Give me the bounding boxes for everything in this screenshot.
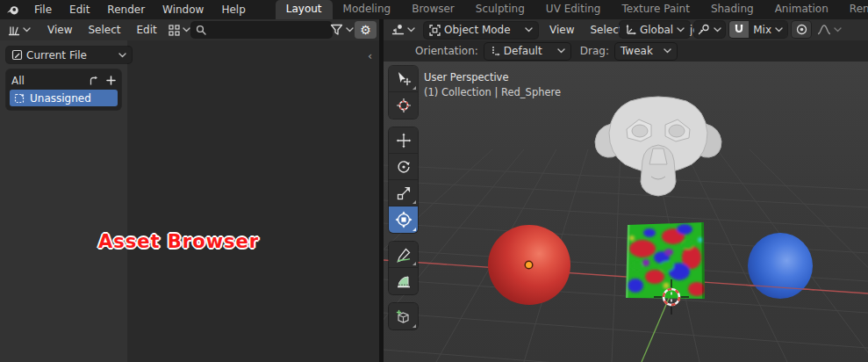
snap-icon: [698, 24, 710, 35]
search-input[interactable]: [210, 23, 327, 37]
topbar: File Edit Render Window Help Layout Mode…: [0, 0, 868, 19]
unassigned-file-icon: [14, 93, 25, 104]
chevron-down-icon: [834, 27, 842, 33]
asset-source-sidebar: Current File All: [0, 40, 127, 362]
catalog-item-all[interactable]: All: [6, 72, 121, 89]
current-file-icon: [11, 49, 23, 61]
asset-browser-header: View Select Edit: [0, 19, 379, 40]
menu-view[interactable]: View: [39, 24, 80, 36]
proportional-editing-toggle[interactable]: [792, 21, 811, 38]
chevron-down-icon: [677, 27, 685, 33]
display-mode-button[interactable]: [165, 22, 194, 39]
view-name-label: User Perspective: [424, 70, 561, 85]
tool-annotate[interactable]: [389, 242, 418, 268]
tweak-select-icon: [396, 71, 412, 87]
asset-browser-annotation: Asset Browser: [98, 231, 259, 252]
blender-logo-icon[interactable]: [6, 4, 20, 16]
editor-type-selector[interactable]: [388, 22, 419, 39]
catalog-unassigned-label: Unassigned: [30, 92, 91, 105]
snap-falloff-value: Mix: [753, 24, 771, 36]
asset-source-value: Current File: [26, 49, 115, 62]
topbar-menus: File Edit Render Window Help: [25, 0, 255, 19]
tool-cursor[interactable]: [389, 92, 418, 119]
menu-select[interactable]: Select: [80, 24, 128, 36]
asset-browser-body: Current File All: [0, 40, 379, 362]
tab-browser[interactable]: Browser: [401, 0, 465, 19]
menu-render[interactable]: Render: [98, 0, 154, 19]
sidebar-collapse-chevron[interactable]: ‹: [368, 49, 372, 62]
snap-falloff-dropdown[interactable]: Mix: [749, 21, 787, 38]
tool-settings-bar: Orientation: Default Drag: Tweak: [384, 40, 868, 62]
tab-sculpting[interactable]: Sculpting: [465, 0, 535, 19]
annotate-pen-icon: [396, 247, 412, 263]
tab-texture-paint[interactable]: Texture Paint: [611, 0, 699, 19]
drag-label: Drag:: [580, 45, 609, 57]
tool-add-cube[interactable]: [389, 303, 418, 329]
global-orientation-icon: [625, 24, 636, 35]
tool-rotate[interactable]: [389, 154, 418, 180]
drag-value: Tweak: [621, 45, 660, 57]
tool-scale[interactable]: [389, 180, 418, 206]
viewport-canvas[interactable]: User Perspective (1) Collection | Red_Sp…: [384, 62, 868, 362]
3d-cursor: [652, 278, 691, 316]
tab-rendering[interactable]: Rendering: [839, 0, 868, 19]
falloff-curve-icon: [817, 24, 831, 35]
scale-icon: [396, 185, 412, 201]
menu-view[interactable]: View: [542, 24, 582, 36]
menu-edit[interactable]: Edit: [129, 24, 165, 36]
transform-orientation-dropdown[interactable]: Global: [620, 21, 690, 38]
asset-source-dropdown[interactable]: Current File: [6, 47, 132, 63]
viewport-overlay-text: User Perspective (1) Collection | Red_Sp…: [424, 70, 561, 100]
chevron-down-icon: [23, 27, 31, 33]
chevron-down-icon: [346, 27, 354, 33]
cursor-tool-icon: [396, 98, 412, 113]
orientation-value: Global: [640, 24, 673, 36]
proportional-editing-icon: [796, 24, 807, 35]
viewport-editor: Object Mode View Select Add Object Glo: [384, 19, 868, 362]
add-cube-icon: [395, 308, 412, 325]
monkey-object[interactable]: [590, 90, 727, 200]
chevron-down-icon: [664, 48, 671, 54]
asset-search[interactable]: [191, 22, 332, 38]
catalog-panel: All Unassigne: [6, 69, 121, 110]
snap-target-button[interactable]: [694, 21, 725, 38]
mode-dropdown[interactable]: Object Mode: [424, 22, 538, 39]
filter-funnel-icon: [330, 24, 343, 36]
add-catalog-icon[interactable]: [106, 76, 116, 85]
tab-animation[interactable]: Animation: [764, 0, 839, 19]
tool-measure[interactable]: [389, 268, 418, 294]
menu-file[interactable]: File: [25, 0, 61, 19]
settings-toggle-button[interactable]: ⚙: [355, 21, 377, 39]
tool-orientation-value: Default: [504, 45, 554, 57]
catalog-item-unassigned[interactable]: Unassigned: [10, 90, 118, 106]
menu-help[interactable]: Help: [212, 0, 254, 19]
tool-orientation-dropdown[interactable]: Default: [484, 43, 570, 60]
chevron-down-icon: [525, 27, 533, 33]
filter-button[interactable]: [326, 22, 357, 39]
transform-icon: [395, 211, 412, 228]
editor-type-selector[interactable]: [4, 22, 34, 39]
menu-edit[interactable]: Edit: [61, 0, 98, 19]
orientation-label: Orientation:: [415, 45, 478, 57]
tool-move[interactable]: [389, 127, 418, 154]
snap-toggle-button[interactable]: [729, 21, 749, 38]
new-catalog-icon[interactable]: [89, 76, 101, 86]
drag-dropdown[interactable]: Tweak: [615, 43, 677, 60]
chevron-down-icon: [407, 27, 415, 33]
magnet-icon: [734, 24, 744, 35]
workspace-tabs: Layout Modeling Browser Sculpting UV Edi…: [276, 0, 868, 19]
falloff-dropdown[interactable]: [815, 21, 843, 38]
tool-tweak-select[interactable]: [389, 66, 418, 92]
chevron-down-icon: [118, 53, 126, 58]
blue-sphere-object[interactable]: [748, 233, 813, 299]
catalog-all-label: All: [11, 75, 83, 87]
tab-uv-editing[interactable]: UV Editing: [535, 0, 612, 19]
tab-layout[interactable]: Layout: [276, 0, 333, 19]
chevron-down-icon: [557, 48, 565, 54]
red-sphere-object[interactable]: [488, 225, 570, 305]
tool-transform[interactable]: [389, 206, 418, 233]
menu-window[interactable]: Window: [154, 0, 212, 19]
tab-modeling[interactable]: Modeling: [333, 0, 402, 19]
tab-shading[interactable]: Shading: [700, 0, 764, 19]
asset-browser-icon: [8, 25, 20, 36]
